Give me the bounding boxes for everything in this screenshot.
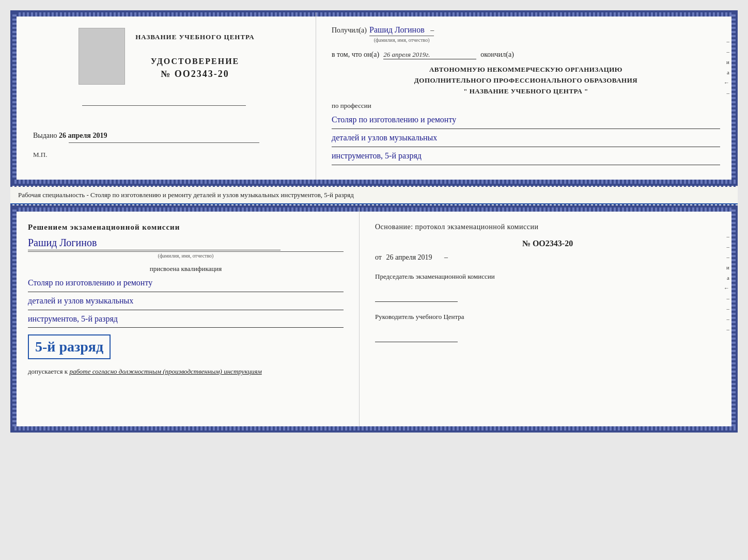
udostoverenie-title: УДОСТОВЕРЕНИЕ bbox=[151, 57, 240, 66]
deco-a-b: а bbox=[727, 275, 729, 281]
recipient-handwritten-bottom: Рашид Логинов (фамилия, имя, отчество) bbox=[28, 237, 344, 259]
bottom-right-panel: Основание: протокол экзаменационной коми… bbox=[360, 207, 736, 430]
bottom-left-panel: Решением экзаменационной комиссии Рашид … bbox=[12, 207, 360, 430]
dopuskaetsya-label: допускается к bbox=[28, 367, 68, 375]
dopuskaetsya-text: работе согласно должностным (производств… bbox=[69, 367, 261, 375]
deco-i-b: и bbox=[726, 264, 729, 270]
bottom-document: Решением экзаменационной комиссии Рашид … bbox=[10, 205, 738, 433]
top-document: НАЗВАНИЕ УЧЕБНОГО ЦЕНТРА УДОСТОВЕРЕНИЕ №… bbox=[10, 10, 738, 186]
poluchil-label: Получил(а) bbox=[332, 26, 367, 35]
deco-dash1: – bbox=[727, 38, 730, 44]
deco-dash2: – bbox=[727, 49, 730, 55]
received-line: Получил(а) Рашид Логинов – (фамилия, имя… bbox=[332, 25, 720, 43]
vydano-line: Выдано 26 апреля 2019 bbox=[33, 132, 107, 140]
recipient-name-top: Рашид Логинов bbox=[369, 25, 425, 34]
po-professii-label: по профессии bbox=[332, 102, 720, 110]
org-line3: " НАЗВАНИЕ УЧЕБНОГО ЦЕНТРА " bbox=[332, 86, 720, 97]
org-line1: АВТОНОМНУЮ НЕКОММЕРЧЕСКУЮ ОРГАНИЗАЦИЮ bbox=[332, 65, 720, 75]
top-left-panel: НАЗВАНИЕ УЧЕБНОГО ЦЕНТРА УДОСТОВЕРЕНИЕ №… bbox=[12, 12, 316, 184]
qualification-block: Столяр по изготовлению и ремонту деталей… bbox=[28, 276, 344, 328]
rank-highlight-box: 5-й разряд bbox=[28, 334, 111, 359]
ot-dash: – bbox=[444, 253, 448, 261]
org-block: АВТОНОМНУЮ НЕКОММЕРЧЕСКУЮ ОРГАНИЗАЦИЮ ДО… bbox=[332, 65, 720, 97]
chairman-label: Председатель экзаменационной комиссии bbox=[375, 272, 720, 281]
vtom-line: в том, что он(а) 26 апреля 2019г. окончи… bbox=[332, 51, 720, 59]
recipient-dash: – bbox=[430, 26, 434, 34]
ot-label: от bbox=[375, 253, 382, 261]
top-right-panel: Получил(а) Рашид Логинов – (фамилия, имя… bbox=[316, 12, 736, 184]
prisvoyena-label: присвоена квалификация bbox=[28, 265, 344, 273]
org-line2: ДОПОЛНИТЕЛЬНОГО ПРОФЕССИОНАЛЬНОГО ОБРАЗО… bbox=[332, 75, 720, 86]
okonchill-label: окончил(а) bbox=[480, 51, 514, 59]
deco-arrow: ← bbox=[724, 79, 729, 86]
deco-a: а bbox=[727, 69, 729, 75]
profession-lines: Столяр по изготовлению и ремонту деталей… bbox=[332, 113, 720, 165]
udostoverenie-number: № OO2343-20 bbox=[151, 69, 240, 79]
right-decorations-top: – – и а ← – bbox=[724, 38, 729, 96]
fio-label-bottom: (фамилия, имя, отчество) bbox=[28, 251, 344, 259]
profession-line3: инструментов, 5-й разряд bbox=[332, 149, 720, 165]
deco-dash-b3: – bbox=[727, 254, 730, 260]
deco-i: и bbox=[726, 59, 729, 65]
rank-text: 5-й разряд bbox=[35, 339, 103, 355]
specialty-label: Рабочая специальность - Столяр по изгото… bbox=[10, 187, 738, 204]
qual-line2: деталей и узлов музыкальных bbox=[28, 294, 344, 310]
rukovoditel-label: Руководитель учебного Центра bbox=[375, 312, 720, 322]
deco-dash-b1: – bbox=[727, 233, 730, 239]
protocol-number: № OO2343-20 bbox=[375, 239, 720, 248]
ot-line: от 26 апреля 2019 – bbox=[375, 253, 720, 262]
date-value: 26 апреля 2019г. bbox=[383, 51, 476, 59]
chairman-block: Председатель экзаменационной комиссии bbox=[375, 272, 720, 302]
deco-dash3: – bbox=[727, 90, 730, 96]
chairman-signature-line bbox=[375, 292, 458, 302]
deco-dash-b5: – bbox=[727, 306, 730, 312]
rukovoditel-signature-line bbox=[375, 332, 458, 342]
resheniem-title: Решением экзаменационной комиссии bbox=[28, 223, 344, 232]
center-name-top: НАЗВАНИЕ УЧЕБНОГО ЦЕНТРА bbox=[135, 33, 255, 41]
qual-line3: инструментов, 5-й разряд bbox=[28, 312, 344, 328]
vydano-date: 26 апреля 2019 bbox=[59, 132, 107, 139]
mp-label: М.П. bbox=[33, 151, 47, 159]
vtom-label: в том, что он(а) bbox=[332, 51, 379, 59]
udostoverenie-block: УДОСТОВЕРЕНИЕ № OO2343-20 bbox=[151, 57, 240, 79]
vydano-label: Выдано bbox=[33, 132, 57, 139]
deco-arrow-b: ← bbox=[724, 285, 729, 291]
recipient-name-bottom: Рашид Логинов bbox=[28, 237, 97, 248]
profession-line1: Столяр по изготовлению и ремонту bbox=[332, 113, 720, 129]
qual-line1: Столяр по изготовлению и ремонту bbox=[28, 276, 344, 292]
deco-dash-b6: – bbox=[727, 316, 730, 322]
deco-dash-b4: – bbox=[727, 295, 730, 301]
fio-label-top: (фамилия, имя, отчество) bbox=[369, 36, 434, 43]
osnovanie-label: Основание: протокол экзаменационной коми… bbox=[375, 223, 720, 231]
profession-line2: деталей и узлов музыкальных bbox=[332, 131, 720, 147]
dopuskaetsya-block: допускается к работе согласно должностны… bbox=[28, 367, 344, 376]
right-decorations-bottom: – – – и а ← – – – – bbox=[724, 233, 729, 332]
deco-dash-b2: – bbox=[727, 244, 730, 250]
deco-dash-b7: – bbox=[727, 326, 730, 332]
ot-date: 26 апреля 2019 bbox=[386, 253, 432, 261]
photo-placeholder bbox=[79, 28, 125, 85]
rukovoditel-block: Руководитель учебного Центра bbox=[375, 312, 720, 342]
